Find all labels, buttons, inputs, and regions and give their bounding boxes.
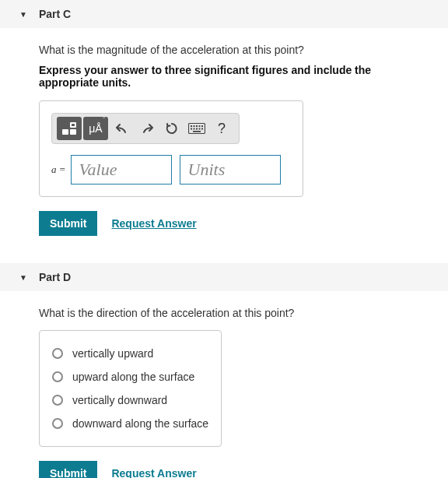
- part-d-actions: Submit Request Answer: [39, 461, 409, 478]
- input-row: a = Value Units: [51, 155, 291, 185]
- part-c-content: What is the magnitude of the acceleratio…: [0, 28, 448, 248]
- choice-option-3[interactable]: downward along the surface: [51, 412, 210, 435]
- keyboard-icon: [188, 123, 205, 134]
- choice-option-2[interactable]: vertically downward: [51, 388, 210, 412]
- svg-rect-14: [201, 128, 203, 130]
- choice-label: vertically upward: [72, 347, 153, 360]
- choice-label: downward along the surface: [72, 417, 208, 430]
- choice-option-0[interactable]: vertically upward: [51, 342, 210, 365]
- svg-rect-1: [70, 129, 76, 135]
- caret-down-icon: ▼: [19, 10, 27, 19]
- part-c-actions: Submit Request Answer: [39, 211, 409, 236]
- svg-rect-3: [72, 124, 75, 126]
- reset-icon: [166, 122, 178, 135]
- answer-toolbar: μÅ °: [51, 113, 240, 144]
- radio-icon: [52, 395, 63, 406]
- part-d: ▼ Part D What is the direction of the ac…: [0, 263, 448, 478]
- part-c-instructions: Express your answer to three significant…: [39, 64, 409, 89]
- svg-rect-5: [191, 125, 192, 127]
- part-c-title: Part C: [39, 8, 71, 20]
- choices-box: vertically upward upward along the surfa…: [39, 330, 222, 447]
- part-c-prompt: What is the magnitude of the acceleratio…: [39, 44, 409, 56]
- templates-button[interactable]: [57, 117, 82, 140]
- part-d-prompt: What is the direction of the acceleratio…: [39, 307, 409, 319]
- undo-icon: [116, 123, 128, 134]
- svg-rect-8: [199, 125, 201, 127]
- svg-rect-11: [194, 128, 195, 130]
- help-label: ?: [218, 121, 226, 137]
- svg-rect-7: [196, 125, 198, 127]
- radio-icon: [52, 348, 63, 359]
- svg-rect-0: [62, 129, 68, 135]
- answer-box: μÅ °: [39, 100, 303, 197]
- units-input[interactable]: Units: [180, 155, 281, 185]
- svg-rect-12: [196, 128, 198, 130]
- part-d-header[interactable]: ▼ Part D: [0, 263, 448, 291]
- part-c: ▼ Part C What is the magnitude of the ac…: [0, 0, 448, 248]
- keyboard-button[interactable]: [184, 117, 209, 140]
- part-c-header[interactable]: ▼ Part C: [0, 0, 448, 28]
- templates-icon: [61, 121, 77, 135]
- undo-button[interactable]: [110, 117, 135, 140]
- value-placeholder: Value: [79, 160, 117, 180]
- part-d-title: Part D: [39, 271, 71, 283]
- svg-rect-15: [193, 131, 201, 132]
- part-d-content: What is the direction of the acceleratio…: [0, 291, 448, 478]
- choice-label: vertically downward: [72, 394, 167, 406]
- help-button[interactable]: ?: [209, 117, 234, 140]
- value-input[interactable]: Value: [71, 155, 172, 185]
- submit-button[interactable]: Submit: [39, 211, 97, 236]
- caret-down-icon: ▼: [19, 273, 27, 282]
- radio-icon: [52, 371, 63, 382]
- redo-icon: [141, 123, 153, 134]
- request-answer-link[interactable]: Request Answer: [111, 467, 196, 478]
- ring-accent: °: [103, 116, 105, 121]
- svg-rect-13: [199, 128, 201, 130]
- svg-rect-10: [191, 128, 192, 130]
- radio-icon: [52, 418, 63, 429]
- redo-button[interactable]: [135, 117, 159, 140]
- choice-option-1[interactable]: upward along the surface: [51, 365, 210, 388]
- reset-button[interactable]: [159, 117, 184, 140]
- request-answer-link[interactable]: Request Answer: [111, 217, 196, 230]
- units-placeholder: Units: [188, 160, 226, 180]
- special-chars-button[interactable]: μÅ °: [83, 117, 108, 140]
- choice-label: upward along the surface: [72, 371, 194, 383]
- svg-rect-6: [194, 125, 195, 127]
- submit-button[interactable]: Submit: [39, 461, 97, 478]
- mua-label: μÅ: [89, 122, 102, 135]
- variable-label: a =: [51, 163, 66, 176]
- svg-rect-9: [201, 125, 203, 127]
